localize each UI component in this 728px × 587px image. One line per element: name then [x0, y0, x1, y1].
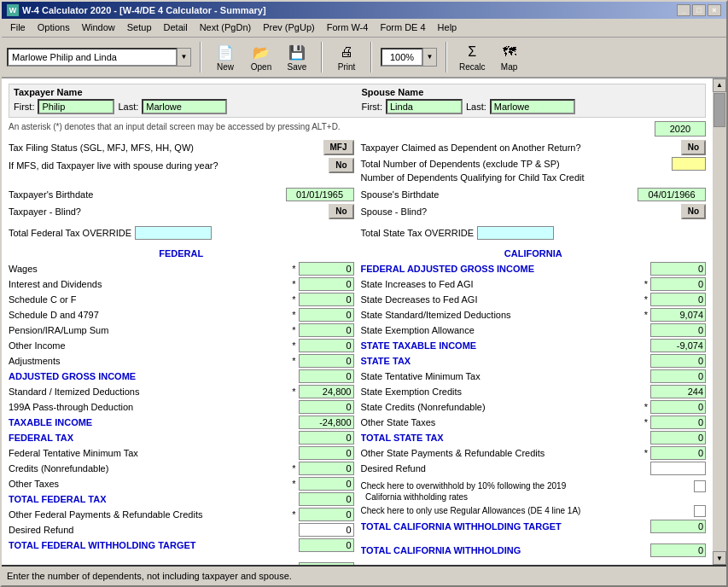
sp-blind-row: Spouse - Blind? No: [361, 204, 707, 219]
dependent-claimed-btn[interactable]: No: [681, 140, 706, 155]
recalc-icon: Σ: [462, 42, 482, 62]
zoom-combo[interactable]: ▼: [381, 48, 437, 67]
fed-desired-refund-field[interactable]: [299, 523, 354, 537]
zoom-input[interactable]: [381, 48, 423, 67]
print-button[interactable]: 🖨 Print: [331, 40, 362, 73]
content-area: Taxpayer Name First: Last: Spouse Name F…: [2, 78, 713, 565]
save-button[interactable]: 💾 Save: [282, 40, 312, 73]
client-name-input[interactable]: [7, 48, 178, 67]
federal-amt-field[interactable]: [299, 446, 354, 460]
ca-total-state-tax-field[interactable]: [650, 431, 706, 445]
map-button[interactable]: 🗺 Map: [494, 40, 525, 73]
ca-amt-label: State Tentative Minimum Tax: [361, 371, 643, 381]
menu-file[interactable]: File: [5, 20, 31, 34]
ca-taxable-income-field[interactable]: [650, 339, 706, 352]
year-field[interactable]: [655, 121, 706, 137]
federal-credits-field[interactable]: [299, 462, 354, 475]
recalc-button[interactable]: Σ Recalc: [456, 40, 489, 73]
ca-regular-allowances-checkbox[interactable]: [694, 505, 706, 517]
scroll-down-btn[interactable]: ▼: [713, 551, 726, 565]
tp-birthdate-field[interactable]: [286, 188, 354, 201]
fed-other-payments-field[interactable]: [299, 508, 354, 521]
tp-last-input[interactable]: [142, 99, 227, 114]
num-dependents-field[interactable]: [672, 157, 706, 171]
total-ca-withholding-field[interactable]: [650, 543, 706, 557]
ca-state-tax-field[interactable]: [650, 354, 706, 368]
ca-withholding-target-label: TOTAL CALIFORNIA WITHHOLDING TARGET: [361, 521, 643, 532]
federal-taxable-income-field[interactable]: [299, 416, 354, 429]
ca-increases-field[interactable]: [650, 277, 706, 291]
tp-blind-btn[interactable]: No: [329, 204, 353, 219]
total-federal-tax-label: TOTAL FEDERAL TAX: [9, 494, 290, 504]
ca-exemption-credits-field[interactable]: [650, 385, 706, 398]
menu-form-w4[interactable]: Form W-4: [322, 20, 374, 34]
federal-adjustments-field[interactable]: [299, 354, 354, 368]
menu-window[interactable]: Window: [77, 20, 120, 34]
ca-fed-agi-field[interactable]: [650, 262, 706, 276]
federal-wages-label: Wages: [9, 264, 290, 274]
ca-other-taxes-field[interactable]: [650, 416, 706, 429]
mfs-btn[interactable]: No: [329, 158, 353, 173]
ca-std-ded-field[interactable]: [650, 308, 706, 322]
federal-tax-label: FEDERAL TAX: [9, 433, 290, 443]
federal-override-field[interactable]: [135, 226, 212, 240]
open-button[interactable]: 📂 Open: [246, 40, 277, 73]
federal-std-ded-field[interactable]: [299, 385, 354, 398]
federal-tax-field[interactable]: [299, 431, 354, 445]
ca-overwithhold-checkbox[interactable]: [694, 480, 706, 492]
ca-amt-field[interactable]: [650, 369, 706, 383]
menu-form-de4[interactable]: Form DE 4: [375, 20, 430, 34]
tp-first-input[interactable]: [38, 99, 114, 114]
state-override-field[interactable]: [477, 226, 554, 240]
menu-next[interactable]: Next (PgDn): [195, 20, 257, 34]
federal-wages-field[interactable]: [299, 262, 354, 276]
total-ca-withholding-label: TOTAL CALIFORNIA WITHHOLDING: [361, 545, 643, 555]
scroll-track[interactable]: [713, 92, 726, 551]
federal-schedcf-row: Schedule C or F *: [9, 293, 354, 306]
maximize-button[interactable]: □: [692, 4, 706, 16]
child-tax-credit-row: Number of Dependents Qualifying for Chil…: [361, 172, 707, 183]
federal-other-taxes-field[interactable]: [299, 477, 354, 491]
ca-withholding-target-field[interactable]: [650, 520, 706, 533]
fed-withholding-target-label: TOTAL FEDERAL WITHHOLDING TARGET: [9, 540, 290, 550]
federal-schedcf-field[interactable]: [299, 293, 354, 306]
ca-credits-field[interactable]: [650, 400, 706, 414]
federal-pension-field[interactable]: [299, 323, 354, 337]
federal-interest-asterisk: *: [290, 279, 299, 289]
menu-prev[interactable]: Prev (PgUp): [258, 20, 320, 34]
federal-schedd-asterisk: *: [290, 310, 299, 320]
close-button[interactable]: ×: [708, 4, 721, 16]
client-combo[interactable]: ▼: [7, 48, 191, 67]
filing-status-btn[interactable]: MFJ: [323, 140, 354, 155]
sp-birthdate-field[interactable]: [638, 188, 706, 201]
federal-199a-field[interactable]: [299, 400, 354, 414]
federal-interest-field[interactable]: [299, 277, 354, 291]
ca-other-payments-field[interactable]: [650, 446, 706, 460]
federal-credits-asterisk: *: [290, 463, 299, 474]
new-button[interactable]: 📄 New: [210, 40, 241, 73]
total-federal-tax-field[interactable]: [299, 492, 354, 506]
scroll-thumb[interactable]: [713, 93, 725, 127]
zoom-dropdown-btn[interactable]: ▼: [423, 48, 437, 67]
ca-exemption-field[interactable]: [650, 323, 706, 337]
menu-options[interactable]: Options: [32, 20, 75, 34]
client-dropdown-btn[interactable]: ▼: [178, 48, 191, 67]
scroll-up-btn[interactable]: ▲: [713, 78, 726, 92]
vertical-scrollbar[interactable]: ▲ ▼: [713, 78, 726, 565]
two-col-layout: FEDERAL Wages * Interest and Dividends *: [9, 245, 706, 565]
minimize-button[interactable]: _: [677, 4, 690, 16]
tp-last-label: Last:: [118, 102, 138, 112]
ca-desired-refund-field[interactable]: [650, 462, 706, 475]
federal-schedd-field[interactable]: [299, 308, 354, 322]
ca-decreases-field[interactable]: [650, 293, 706, 306]
sp-blind-btn[interactable]: No: [681, 204, 706, 219]
toolbar-separator-2: [321, 42, 323, 73]
menu-setup[interactable]: Setup: [122, 20, 157, 34]
menu-help[interactable]: Help: [433, 20, 463, 34]
federal-other-income-field[interactable]: [299, 339, 354, 352]
fed-withholding-target-field[interactable]: [299, 538, 354, 552]
federal-agi-field[interactable]: [299, 369, 354, 383]
menu-detail[interactable]: Detail: [159, 20, 193, 34]
sp-last-input[interactable]: [490, 99, 575, 114]
sp-first-input[interactable]: [386, 99, 463, 114]
